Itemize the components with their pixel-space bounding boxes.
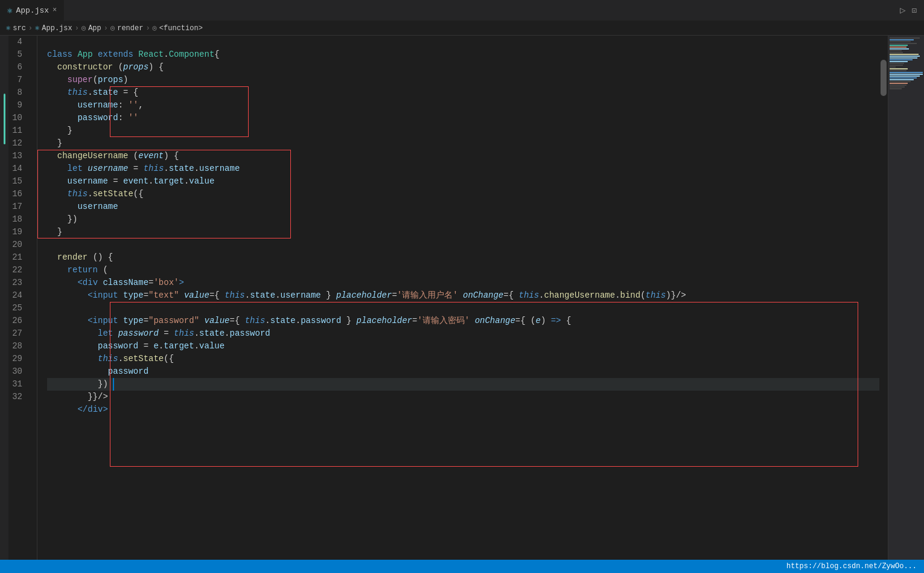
- code-line-12: }: [47, 137, 879, 150]
- code-line-11: }: [47, 124, 879, 137]
- line-num-11: 11: [8, 124, 27, 137]
- code-line-25: <input type="password" value={ this.stat…: [47, 315, 879, 327]
- code-line-21: render () {: [47, 251, 879, 264]
- code-line-24: <input type="text" value={ this.state.us…: [47, 289, 879, 315]
- minimap: [888, 36, 924, 560]
- breadcrumb-src: src: [13, 24, 26, 33]
- line-numbers: 4 5 6 7 8 9 10 11 12 13 14 15 16 17 18 1…: [8, 36, 37, 560]
- breadcrumb-app: App: [88, 24, 101, 33]
- line-num-28: 28: [8, 340, 27, 353]
- line-num-12: 12: [8, 137, 27, 150]
- scrollbar-thumb[interactable]: [881, 60, 887, 96]
- line-num-14: 14: [8, 162, 27, 175]
- code-line-32: </div>: [47, 403, 879, 416]
- code-line-5: class App extends React.Component{: [47, 48, 879, 61]
- tab-filename: App.jsx: [16, 6, 49, 15]
- line-num-30: 30: [8, 365, 27, 378]
- code-line-26: let password = this.state.password: [47, 327, 879, 340]
- breadcrumb-circle2: ◎: [110, 24, 115, 33]
- code-line-27: password = e.target.value: [47, 340, 879, 353]
- line-num-13: 13: [8, 150, 27, 162]
- breadcrumb-appjsx: App.jsx: [42, 24, 72, 33]
- breadcrumb-sep2: ›: [75, 24, 79, 33]
- line-num-8: 8: [8, 86, 27, 99]
- code-line-29: password: [47, 365, 879, 378]
- breadcrumb-react-icon2: ⚛: [35, 24, 39, 33]
- line-num-22: 22: [8, 264, 27, 277]
- editor-container: ⚛ App.jsx × ▷ ⊡ ⚛ src › ⚛ App.jsx › ◎ Ap…: [0, 0, 924, 560]
- tab-appjsx[interactable]: ⚛ App.jsx ×: [0, 0, 65, 21]
- line-num-19: 19: [8, 226, 27, 238]
- status-bar: https://blog.csdn.net/ZywOo...: [0, 560, 924, 573]
- scrollbar[interactable]: [879, 36, 888, 560]
- code-line-16: this.setState({: [47, 188, 879, 200]
- line-num-27: 27: [8, 327, 27, 340]
- code-line-14: let username = this.state.username: [47, 162, 879, 175]
- line-num-7: 7: [8, 74, 27, 86]
- line-num-21: 21: [8, 251, 27, 264]
- editor-body: 4 5 6 7 8 9 10 11 12 13 14 15 16 17 18 1…: [0, 36, 924, 560]
- line-num-18: 18: [8, 213, 27, 226]
- line-num-10: 10: [8, 112, 27, 124]
- code-line-30: }): [47, 378, 879, 391]
- code-line-22: return (: [47, 264, 879, 277]
- code-line-9: username: '',: [47, 99, 879, 112]
- line-num-25: 25: [8, 302, 27, 315]
- code-area[interactable]: class App extends React.Component{ const…: [37, 36, 879, 560]
- breadcrumb-sep1: ›: [28, 24, 33, 33]
- line-num-29: 29: [8, 353, 27, 365]
- line-num-4: 4: [8, 36, 27, 48]
- line-num-31: 31: [8, 378, 27, 391]
- tab-bar: ⚛ App.jsx × ▷ ⊡: [0, 0, 924, 21]
- breadcrumb-function: <function>: [159, 24, 203, 33]
- code-wrapper[interactable]: class App extends React.Component{ const…: [37, 36, 924, 560]
- code-line-28: this.setState({: [47, 353, 879, 365]
- breadcrumb: ⚛ src › ⚛ App.jsx › ◎ App › ◎ render › ◎…: [0, 21, 924, 36]
- code-line-20: [47, 238, 879, 251]
- code-line-17: username: [47, 200, 879, 213]
- code-line-4: [47, 36, 879, 48]
- change-indicator: [4, 94, 5, 144]
- split-icon[interactable]: ⊡: [912, 5, 917, 16]
- line-num-6: 6: [8, 61, 27, 74]
- code-line-19: }: [47, 226, 879, 238]
- code-line-7: super(props): [47, 74, 879, 86]
- code-line-15: username = event.target.value: [47, 175, 879, 188]
- line-num-26: 26: [8, 315, 27, 327]
- breadcrumb-sep3: ›: [104, 24, 108, 33]
- run-icon[interactable]: ▷: [900, 4, 906, 16]
- code-line-6: constructor (props) {: [47, 61, 879, 74]
- code-line-31: }}/>: [47, 391, 879, 403]
- line-num-23: 23: [8, 277, 27, 289]
- left-change-indicators: [0, 36, 8, 560]
- code-line-10: password: '': [47, 112, 879, 124]
- line-num-24: 24: [8, 289, 27, 302]
- close-tab-button[interactable]: ×: [53, 6, 57, 14]
- react-icon: ⚛: [7, 5, 12, 16]
- tab-bar-left: ⚛ App.jsx ×: [0, 0, 65, 21]
- line-num-5: 5: [8, 48, 27, 61]
- code-line-23: <div className='box'>: [47, 277, 879, 289]
- status-url: https://blog.csdn.net/ZywOo...: [786, 562, 917, 571]
- tab-bar-right: ▷ ⊡: [900, 4, 924, 16]
- breadcrumb-react-icon: ⚛: [6, 24, 10, 33]
- line-num-32: 32: [8, 391, 27, 403]
- code-line-18: }): [47, 213, 879, 226]
- line-num-9: 9: [8, 99, 27, 112]
- line-num-17: 17: [8, 200, 27, 213]
- breadcrumb-circle1: ◎: [81, 24, 86, 33]
- breadcrumb-circle3: ◎: [153, 24, 157, 33]
- breadcrumb-sep4: ›: [145, 24, 150, 33]
- line-num-15: 15: [8, 175, 27, 188]
- line-num-20: 20: [8, 238, 27, 251]
- breadcrumb-render: render: [117, 24, 143, 33]
- line-num-16: 16: [8, 188, 27, 200]
- code-line-8: this.state = {: [47, 86, 879, 99]
- code-line-13: changeUsername (event) {: [47, 150, 879, 162]
